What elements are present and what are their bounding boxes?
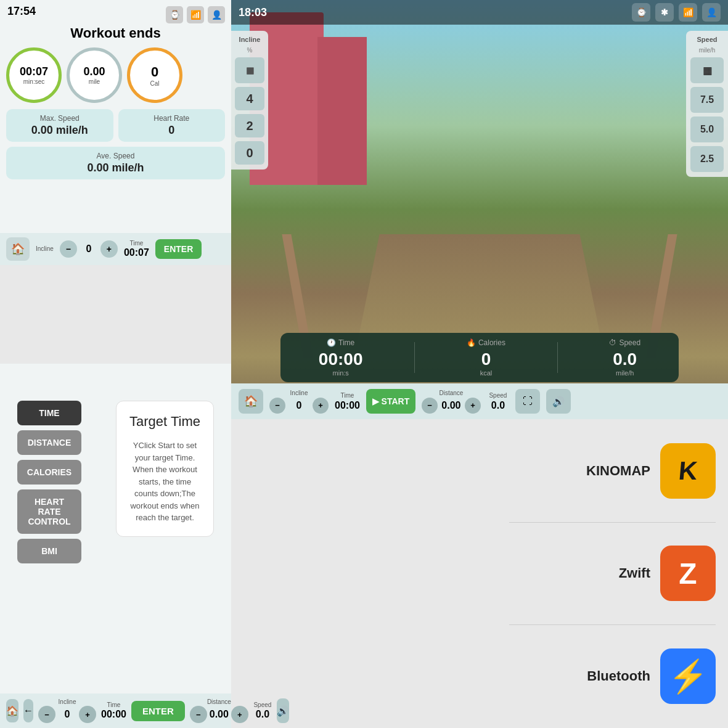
video-calories-stat-unit: kcal [480,369,493,377]
speed-75-btn[interactable]: 7.5 [690,87,724,113]
bluetooth-name: Bluetooth [509,668,650,684]
incline-value-tl: 0 [80,243,98,255]
time-display-tl: 17:54 [7,5,36,18]
time-label-video: Time [341,392,354,399]
incline-4-btn[interactable]: 4 [235,87,264,110]
distance-group-video: Distance − 0.00 + [422,390,481,414]
target-panel-container: Target Time YClick Start to set your tar… [99,388,231,576]
video-calories-stat: 🔥 Calories 0 kcal [467,338,505,377]
incline-group-video: Incline − 0 + [269,390,329,414]
video-calories-stat-label: 🔥 Calories [467,338,505,347]
time-metric: 00:07 min:sec [6,47,62,103]
speed-val-video: 0.0 [487,400,509,411]
divider-1 [509,522,716,523]
incline-plus-bl[interactable]: + [79,706,96,723]
speed-50-btn[interactable]: 5.0 [690,117,724,142]
video-speed-stat-unit: mile/h [616,369,634,377]
incline-left-panel: Incline % ▦ 4 2 0 [231,31,268,170]
speed-grid-btn[interactable]: ▦ [690,57,724,83]
max-speed-box: Max. Speed 0.00 mile/h [6,109,113,142]
expand-button-video[interactable]: ⛶ [515,389,540,414]
target-desc: YClick Start to set your target Time. Wh… [129,440,201,524]
sound-button-bl[interactable]: 🔊 [277,698,289,723]
calories-metric: 0 Cal [127,47,182,103]
menu-distance[interactable]: DISTANCE [17,430,81,455]
target-title: Target Time [129,414,201,430]
play-icon: ▶ [372,396,379,406]
kinomap-icon[interactable]: K [660,443,716,499]
distance-ctrl-video: − 0.00 + [422,398,481,414]
distance-plus-video[interactable]: + [465,398,481,414]
menu-bmi[interactable]: BMI [17,539,81,563]
distance-minus-video[interactable]: − [422,398,438,414]
distance-minus-bl[interactable]: − [190,706,207,723]
incline-panel-unit: % [247,47,253,54]
incline-val-bl: 0 [58,709,76,720]
incline-group-bl: Incline − 0 + [38,698,96,723]
menu-heart-rate-control[interactable]: HEART RATE CONTROL [17,489,81,534]
incline-grid-btn[interactable]: ▦ [235,57,264,83]
distance-metric-label: mile [89,78,100,85]
sound-button-video[interactable]: 🔊 [546,389,571,414]
workout-ends-title: Workout ends [0,23,231,47]
max-speed-label: Max. Speed [12,114,107,123]
incline-stepper-tl: − 0 + [60,240,118,258]
video-time-stat: 🕐 Time 00:00 min:s [319,338,363,377]
incline-panel-label: Incline [239,36,261,43]
home-button-bl[interactable]: 🏠 [6,699,18,722]
incline-ctrl-bl: − 0 + [38,706,96,723]
heart-rate-box: Heart Rate 0 [118,109,226,142]
incline-plus-video[interactable]: + [313,398,329,414]
target-panel: Target Time YClick Start to set your tar… [116,401,214,537]
enter-button-tl[interactable]: ENTER [155,239,202,259]
home-button-video[interactable]: 🏠 [239,389,263,414]
heart-rate-label: Heart Rate [125,114,219,123]
video-bottom-bar: 🏠 Incline − 0 + Time 00:00 ▶ START Dista… [231,383,728,419]
video-panel: 18:03 ⌚ ✱ 📶 👤 Incline % ▦ 4 2 0 Speed mi… [231,0,728,419]
distance-val-bl: 0.00 [210,709,229,720]
ave-speed-value: 0.00 mile/h [12,162,219,174]
zwift-icon[interactable]: Z [660,546,716,601]
bottom-left-content: TIME DISTANCE CALORIES HEART RATE CONTRO… [0,364,231,576]
incline-minus-tl[interactable]: − [60,240,77,258]
video-time-stat-label: 🕐 Time [327,338,354,347]
divider-2 [509,624,716,625]
distance-plus-bl[interactable]: + [231,706,248,723]
time-val-bl: 00:00 [101,709,126,720]
start-button-video[interactable]: ▶ START [366,389,415,414]
incline-minus-video[interactable]: − [269,398,285,414]
speed-icon: ⏱ [609,338,616,347]
bluetooth-icon[interactable]: ⚡ [660,648,716,704]
video-time-stat-unit: min:s [333,369,349,377]
video-background: 18:03 ⌚ ✱ 📶 👤 Incline % ▦ 4 2 0 Speed mi… [231,0,728,419]
kinomap-k-letter: K [677,456,699,486]
kinomap-row: KINOMAP K [509,443,716,499]
menu-calories[interactable]: CALORIES [17,460,81,485]
incline-2-btn[interactable]: 2 [235,114,264,137]
incline-val-video: 0 [288,400,310,411]
incline-label-tl: Incline [36,245,54,253]
zwift-z-letter: Z [679,557,697,591]
bluetooth-symbol: ⚡ [668,658,708,695]
time-label-bl: Time [107,701,121,709]
incline-minus-bl[interactable]: − [38,706,55,723]
incline-label-bl: Incline [59,698,76,706]
time-group-video: Time 00:00 [335,392,360,411]
distance-label-video: Distance [439,390,463,396]
home-button-tl[interactable]: 🏠 [6,237,30,261]
kinomap-name: KINOMAP [509,463,650,479]
speed-label-video: Speed [489,392,507,399]
zwift-name: Zwift [509,565,650,581]
building2-decoration [317,37,367,185]
stat-divider-1 [414,342,415,373]
menu-time[interactable]: TIME [17,401,81,425]
video-wifi-icon: 📶 [679,3,697,22]
enter-button-bl[interactable]: ENTER [131,701,185,721]
back-button-bl[interactable]: ← [23,699,33,722]
video-speed-stat-value: 0.0 [613,350,637,369]
incline-control-tl: Incline [36,245,54,253]
incline-label-video: Incline [290,390,308,396]
incline-plus-tl[interactable]: + [100,240,118,258]
incline-0-btn[interactable]: 0 [235,141,264,165]
speed-25-btn[interactable]: 2.5 [690,146,724,172]
